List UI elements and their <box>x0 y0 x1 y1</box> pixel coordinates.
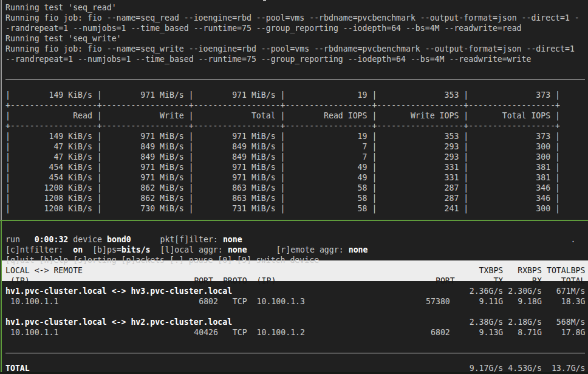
separator-line <box>0 353 588 363</box>
table-border-row: +------------------+------------------+-… <box>0 100 588 110</box>
pane-border-left-bottom <box>1 220 2 374</box>
fio-log-text: Running test 'seq_read' <box>5 2 117 13</box>
blank-line <box>0 224 588 234</box>
monitor-status-line: run0:00:32devicebond0pkt[f]ilter:none. <box>0 234 588 245</box>
pane-border-left-top <box>1 0 2 220</box>
blank-line <box>0 338 588 348</box>
terminal-screen: Running test 'seq_read' Running fio job:… <box>0 0 588 374</box>
table-header-row: | Read | Write | Total | Read IOPS | Wri… <box>0 110 588 121</box>
blank-line <box>0 307 588 317</box>
monitor-help-text: [q]uit [h]elp [s]orting [p]ackets [.] pa… <box>5 255 319 265</box>
connection-hosts-row: hv1.pvc-cluster.local <-> hv2.pvc-cluste… <box>0 317 588 327</box>
table-row: | 1208 KiB/s | 862 MiB/s | 863 MiB/s | 5… <box>0 183 588 193</box>
table-row: | 1208 KiB/s | 730 MiB/s | 731 MiB/s | 5… <box>0 203 588 214</box>
fio-log-text: --randrepeat=1 --numjobs=1 --time_based … <box>5 54 531 64</box>
fio-log-line: --randrepeat=1 --numjobs=1 --time_based … <box>0 54 588 64</box>
monitor-help-line: [q]uit [h]elp [s]orting [p]ackets [.] pa… <box>0 255 588 265</box>
table-row: | 454 KiB/s | 971 MiB/s | 971 MiB/s | 49… <box>0 172 588 183</box>
table-row: | 1208 KiB/s | 862 MiB/s | 863 MiB/s | 5… <box>0 193 588 203</box>
fio-log-text: Running fio job: fio --name=seq_write --… <box>5 44 575 54</box>
connection-hosts-row: hv1.pvc-cluster.local <-> hv3.pvc-cluste… <box>0 286 588 296</box>
separator-line <box>0 80 588 90</box>
blank-line <box>0 64 588 75</box>
fio-log-text: Running fio job: fio --name=seq_read --i… <box>5 13 579 23</box>
fio-log-line: Running fio job: fio --name=seq_write --… <box>0 44 588 54</box>
horizontal-rule <box>5 80 585 80</box>
fio-log-line: -randrepeat=1 --numjobs=1 --time_based -… <box>0 23 588 33</box>
pane-divider <box>0 220 588 221</box>
clipped-text-remnant <box>263 0 266 1</box>
horizontal-rule <box>5 353 585 353</box>
monitor-column-header-1: LOCAL <-> REMOTETXBPSRXBPSTOTALBPS <box>0 265 588 276</box>
blank-line <box>0 214 588 224</box>
connection-detail-row: 10.100.1.140426TCP10.100.1.268029.13G8.7… <box>0 327 588 338</box>
monitor-options-line: [c]ntfilter:on[b]ps=bits/s[l]ocal aggr:n… <box>0 245 588 255</box>
fio-log-line: Running test 'seq_read' <box>0 2 588 13</box>
monitor-column-header-2: (IP)PORTPROTO(IP)PORTTXRXTOTAL <box>0 276 588 286</box>
table-overflow-row: | 149 KiB/s | 971 MiB/s | 971 MiB/s | 19… <box>0 90 588 100</box>
table-row: | 149 KiB/s | 971 MiB/s | 971 MiB/s | 19… <box>0 131 588 141</box>
table-border-row: +------------------+------------------+-… <box>0 121 588 131</box>
fio-log-line: Running test 'seq_write' <box>0 33 588 44</box>
table-row: | 47 KiB/s | 849 MiB/s | 849 MiB/s | 7 |… <box>0 152 588 162</box>
table-row: | 47 KiB/s | 849 MiB/s | 849 MiB/s | 7 |… <box>0 141 588 152</box>
fio-log-line: Running fio job: fio --name=seq_read --i… <box>0 13 588 23</box>
table-row: | 454 KiB/s | 971 MiB/s | 971 MiB/s | 49… <box>0 162 588 172</box>
connection-detail-row: 10.100.1.16802TCP10.100.1.3573809.11G9.1… <box>0 296 588 307</box>
fio-log-text: -randrepeat=1 --numjobs=1 --time_based -… <box>5 23 522 33</box>
fio-log-text: Running test 'seq_write' <box>5 33 121 44</box>
